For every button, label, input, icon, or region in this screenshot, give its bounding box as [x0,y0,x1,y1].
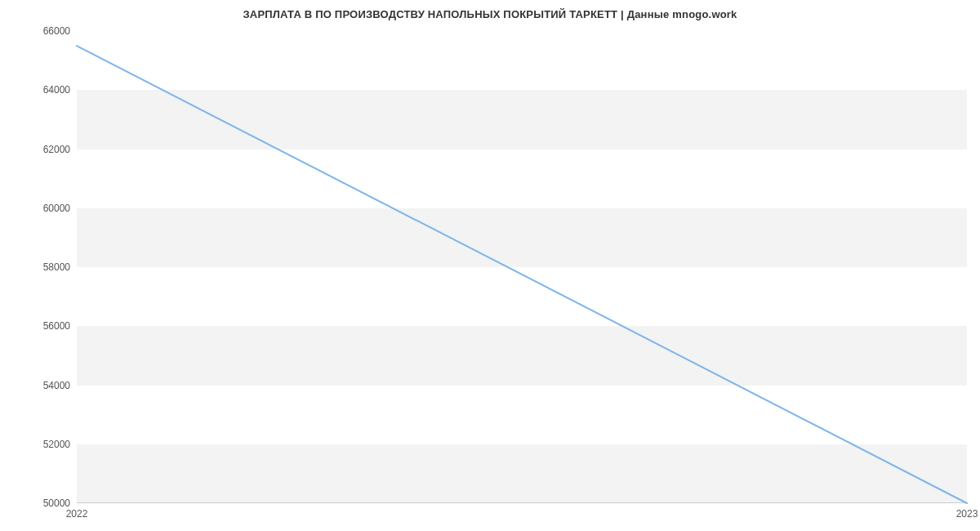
x-tick-label: 2022 [66,508,88,520]
y-tick-label: 52000 [5,439,70,450]
chart-title: ЗАРПЛАТА В ПО ПРОИЗВОДСТВУ НАПОЛЬНЫХ ПОК… [0,8,980,20]
y-tick-label: 54000 [5,380,70,391]
y-tick-label: 58000 [5,261,70,273]
y-tick-label: 56000 [5,320,70,332]
data-line [77,46,967,503]
line-series [77,31,967,503]
x-tick-label: 2023 [956,508,978,520]
chart-container: ЗАРПЛАТА В ПО ПРОИЗВОДСТВУ НАПОЛЬНЫХ ПОК… [0,0,980,531]
y-tick-label: 50000 [5,498,70,509]
y-tick-label: 60000 [5,203,70,214]
y-tick-label: 66000 [5,25,70,37]
y-tick-label: 62000 [5,144,70,155]
plot-area [77,31,967,503]
y-tick-label: 64000 [5,84,70,96]
